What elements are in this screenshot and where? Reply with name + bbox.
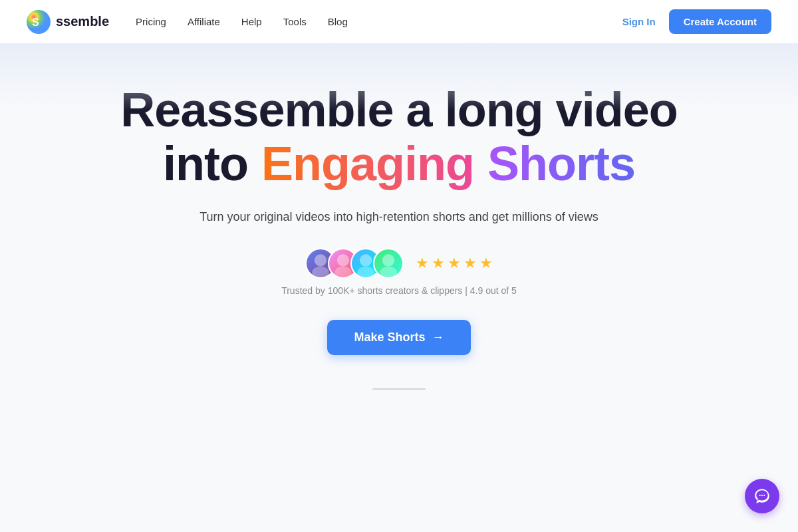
logo-link[interactable]: S ssemble [27, 10, 109, 34]
make-shorts-arrow: → [432, 331, 444, 344]
nav-actions: Sign In Create Account [622, 9, 771, 34]
nav-links: Pricing Affiliate Help Tools Blog [136, 16, 622, 27]
social-proof-text: Trusted by 100K+ shorts creators & clipp… [281, 285, 517, 296]
svg-point-6 [360, 254, 372, 266]
make-shorts-label: Make Shorts [354, 331, 425, 344]
hero-title-line2: into Engaging Shorts [120, 136, 677, 192]
svg-point-2 [315, 254, 327, 266]
bottom-divider [372, 388, 426, 390]
star-2: ★ [432, 255, 445, 272]
nav-affiliate[interactable]: Affiliate [188, 16, 220, 27]
hero-title-into: into [163, 136, 248, 192]
hero-title: Reassemble a long video into Engaging Sh… [120, 84, 677, 192]
chat-bot-icon [753, 487, 771, 505]
hero-title-line1: Reassemble a long video [120, 84, 677, 136]
svg-point-9 [380, 267, 397, 279]
logo-text: ssemble [56, 14, 109, 29]
divider-line [372, 388, 426, 390]
cta-section: Make Shorts → [327, 320, 470, 355]
nav-pricing[interactable]: Pricing [136, 16, 166, 27]
logo-icon: S [27, 10, 51, 34]
hero-title-shorts: Shorts [487, 136, 635, 192]
svg-text:S: S [32, 17, 39, 28]
svg-point-3 [312, 267, 329, 279]
chat-widget-button[interactable] [745, 479, 779, 513]
svg-point-8 [382, 254, 394, 266]
nav-blog[interactable]: Blog [328, 16, 348, 27]
make-shorts-button[interactable]: Make Shorts → [327, 320, 470, 355]
user-avatars [305, 248, 404, 279]
star-3: ★ [448, 255, 461, 272]
nav-tools[interactable]: Tools [283, 16, 307, 27]
hero-section: Reassemble a long video into Engaging Sh… [0, 44, 798, 416]
svg-point-7 [357, 267, 374, 279]
star-5: ★ [479, 255, 493, 272]
avatars-stars-row: ★ ★ ★ ★ ★ [305, 248, 493, 279]
create-account-button[interactable]: Create Account [669, 9, 771, 34]
social-proof: ★ ★ ★ ★ ★ Trusted by 100K+ shorts creato… [281, 248, 517, 296]
star-rating: ★ ★ ★ ★ ★ [416, 255, 493, 272]
star-1: ★ [416, 255, 429, 272]
avatar-4 [373, 248, 404, 279]
svg-point-4 [337, 254, 349, 266]
svg-point-5 [334, 267, 352, 279]
navbar: S ssemble Pricing Affiliate Help Tools B… [0, 0, 798, 44]
hero-subtitle: Turn your original videos into high-rete… [200, 210, 598, 224]
star-4: ★ [464, 255, 477, 272]
hero-title-engaging: Engaging [261, 136, 474, 192]
nav-help[interactable]: Help [241, 16, 262, 27]
sign-in-button[interactable]: Sign In [622, 16, 656, 27]
